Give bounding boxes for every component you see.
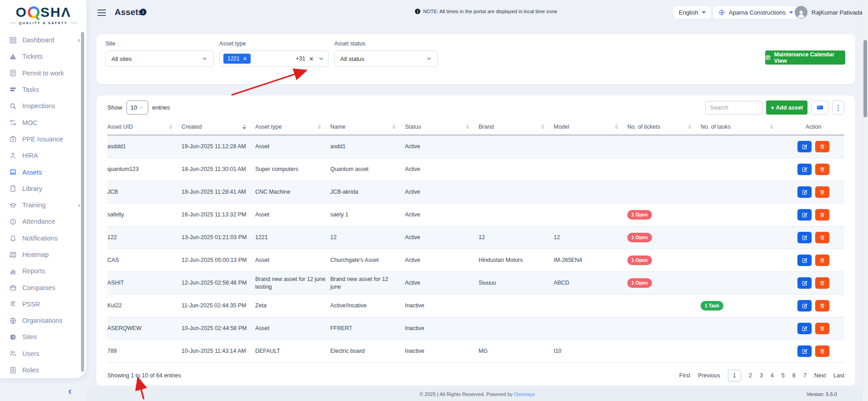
column-header-asset-uid[interactable]: Asset UID <box>107 119 182 135</box>
sort-arrows-icon[interactable] <box>169 125 172 129</box>
edit-button[interactable] <box>797 323 812 334</box>
column-header-no-of-tickets[interactable]: No. of tickets <box>627 119 701 135</box>
cell-uid: 122 <box>107 226 182 249</box>
sidebar-item-ppe-issuance[interactable]: PPE Issuance <box>0 131 86 147</box>
title-info-icon[interactable]: i <box>140 9 146 15</box>
edit-button[interactable] <box>797 255 812 266</box>
clear-filter-icon[interactable]: ✕ <box>309 55 314 62</box>
sidebar-item-tickets[interactable]: Tickets <box>0 48 86 65</box>
page-size-select[interactable]: 10 <box>126 100 148 115</box>
delete-button[interactable] <box>815 186 829 198</box>
pagination-last[interactable]: Last <box>833 372 844 379</box>
pagination-page-5[interactable]: 5 <box>782 372 785 379</box>
organisation-selector[interactable]: Aparna Constructions <box>713 6 798 19</box>
column-header-status[interactable]: Status <box>405 119 479 135</box>
user-avatar[interactable] <box>795 6 807 19</box>
sidebar-item-organisations[interactable]: Organisations <box>0 312 86 329</box>
sidebar-item-hira[interactable]: HIRA <box>0 147 86 164</box>
sidebar-item-moc[interactable]: MOC <box>0 114 86 130</box>
edit-button[interactable] <box>797 277 812 289</box>
pagination-first[interactable]: First <box>679 372 690 379</box>
sidebar-item-attendance[interactable]: Attendance <box>0 213 86 230</box>
sort-arrows-icon[interactable] <box>688 125 691 129</box>
language-selector[interactable]: English <box>674 6 711 19</box>
pagination-page-7[interactable]: 7 <box>803 372 807 379</box>
edit-button[interactable] <box>797 164 812 175</box>
kebab-menu-button[interactable]: ⋮ <box>832 100 844 115</box>
osmosys-link[interactable]: Osmosys <box>514 391 535 397</box>
sidebar-item-inspections[interactable]: Inspections <box>0 98 86 114</box>
sidebar-item-permit-to-work[interactable]: Permit to work <box>0 65 86 81</box>
sidebar-item-roles[interactable]: Roles <box>0 362 86 378</box>
pagination-page-3[interactable]: 3 <box>760 372 763 379</box>
cell-type: Brand new asset for 12 june testing <box>255 272 330 294</box>
sidebar-item-assets[interactable]: Assets <box>0 164 86 180</box>
column-header-name[interactable]: Name <box>330 119 405 135</box>
sidebar-item-heatmap[interactable]: Heatmap <box>0 246 86 263</box>
sidebar-item-reports[interactable]: Reports <box>0 263 86 279</box>
page-scrollbar[interactable] <box>862 0 868 401</box>
sidebar-item-library[interactable]: Library <box>0 180 86 197</box>
delete-button[interactable] <box>815 300 829 311</box>
search-input[interactable] <box>705 101 762 115</box>
sidebar-item-label: Inspections <box>22 102 55 110</box>
page-scrollbar-thumb[interactable] <box>863 40 867 117</box>
sort-arrows-icon[interactable] <box>466 125 469 129</box>
pagination-page-1[interactable]: 1 <box>728 370 741 381</box>
maintenance-calendar-view-button[interactable]: Maintenance Calendar View <box>765 50 845 65</box>
delete-button[interactable] <box>815 255 829 266</box>
column-header-asset-type[interactable]: Asset type <box>255 119 330 135</box>
pagination-previous[interactable]: Previous <box>698 372 720 379</box>
sort-arrows-icon[interactable] <box>392 125 396 129</box>
sort-arrows-icon[interactable] <box>318 125 321 129</box>
card-view-toggle-button[interactable] <box>811 100 828 115</box>
sidebar-item-sites[interactable]: Sites <box>0 329 86 345</box>
edit-button[interactable] <box>797 209 812 221</box>
show-label: Show <box>107 104 122 111</box>
sort-arrows-icon[interactable] <box>541 125 545 129</box>
delete-button[interactable] <box>815 346 829 357</box>
asset-type-chip-label: 1221 <box>227 55 240 62</box>
pagination-next[interactable]: Next <box>814 372 826 379</box>
column-header-no-of-tasks[interactable]: No. of tasks <box>701 119 782 135</box>
delete-button[interactable] <box>815 164 829 175</box>
pagination-page-4[interactable]: 4 <box>771 372 774 379</box>
sidebar-item-pssr[interactable]: PSSR <box>0 296 86 312</box>
column-header-model[interactable]: Model <box>554 119 627 135</box>
site-filter-select[interactable]: All sites <box>106 50 214 67</box>
asset-type-filter-select[interactable]: 1221 ✕ +31 ✕ <box>219 50 328 67</box>
cell-tasks <box>701 158 782 180</box>
sidebar-item-notifications[interactable]: Notifications <box>0 230 86 246</box>
sidebar-item-users[interactable]: Users <box>0 346 86 362</box>
sidebar-collapse-button[interactable]: ‹ <box>68 386 71 397</box>
sidebar-scrollbar-thumb[interactable] <box>81 32 84 372</box>
sort-arrows-icon[interactable] <box>770 125 773 129</box>
sidebar-item-label: Tasks <box>22 86 39 93</box>
chip-remove-icon[interactable]: ✕ <box>243 56 247 62</box>
add-asset-button[interactable]: + Add asset <box>766 100 807 115</box>
cell-brand: MG <box>479 340 554 362</box>
delete-button[interactable] <box>815 277 829 289</box>
cell-brand: Siuuuu <box>479 272 554 294</box>
edit-button[interactable] <box>797 300 812 311</box>
edit-button[interactable] <box>797 232 812 243</box>
edit-button[interactable] <box>797 141 812 152</box>
column-header-created[interactable]: Created <box>182 119 255 135</box>
delete-button[interactable] <box>815 323 829 334</box>
edit-button[interactable] <box>797 346 812 357</box>
delete-button[interactable] <box>815 232 829 243</box>
pagination-page-2[interactable]: 2 <box>749 372 752 379</box>
sort-arrows-icon[interactable] <box>615 125 618 129</box>
column-header-brand[interactable]: Brand <box>479 119 554 135</box>
sidebar-item-tasks[interactable]: Tasks <box>0 81 86 98</box>
pagination-page-6[interactable]: 6 <box>792 372 796 379</box>
edit-button[interactable] <box>797 186 812 198</box>
delete-button[interactable] <box>815 209 829 221</box>
asset-status-filter-select[interactable]: All status <box>334 50 438 67</box>
sort-arrows-icon[interactable] <box>242 125 246 129</box>
sidebar-item-training[interactable]: Training‹ <box>0 197 86 213</box>
sidebar-item-companies[interactable]: Companies <box>0 279 86 296</box>
delete-button[interactable] <box>815 141 829 152</box>
hamburger-menu-icon[interactable] <box>97 10 106 18</box>
sidebar-item-dashboard[interactable]: Dashboard‹ <box>0 32 86 48</box>
